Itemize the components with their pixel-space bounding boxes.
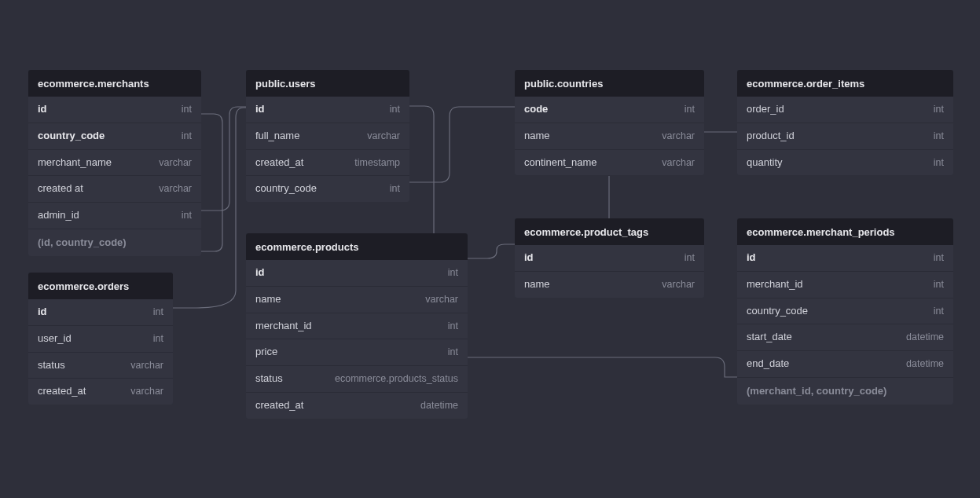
- column-name: merchant_name: [38, 157, 112, 168]
- column-type: timestamp: [354, 158, 400, 169]
- column-type: int: [182, 211, 192, 222]
- column-name: created at: [38, 183, 83, 194]
- column-type: int: [182, 131, 192, 142]
- table-countries[interactable]: public.countries codeintnamevarcharconti…: [515, 70, 704, 175]
- table-column-row[interactable]: merchant_namevarchar: [28, 149, 201, 176]
- column-type: int: [685, 104, 695, 115]
- column-type: int: [934, 280, 944, 291]
- table-column-row[interactable]: continent_namevarchar: [515, 149, 704, 176]
- table-column-row[interactable]: admin_idint: [28, 202, 201, 229]
- composite-key: (id, country_code): [28, 229, 201, 256]
- column-name: name: [255, 294, 281, 305]
- composite-key: (merchant_id, country_code): [737, 377, 953, 405]
- column-name: admin_id: [38, 210, 79, 221]
- column-name: id: [255, 104, 265, 115]
- column-type: int: [934, 131, 944, 142]
- table-column-row[interactable]: idint: [515, 245, 704, 271]
- column-name: quantity: [747, 157, 783, 168]
- column-type: int: [390, 104, 400, 115]
- column-name: name: [524, 279, 550, 290]
- column-type: datetime: [906, 332, 944, 343]
- table-column-row[interactable]: codeint: [515, 97, 704, 123]
- table-column-row[interactable]: idint: [28, 299, 173, 325]
- column-name: id: [38, 306, 47, 317]
- table-column-row[interactable]: quantityint: [737, 149, 953, 176]
- table-column-row[interactable]: idint: [28, 97, 201, 123]
- table-column-row[interactable]: namevarchar: [515, 123, 704, 149]
- table-column-row[interactable]: namevarchar: [246, 286, 468, 313]
- column-name: name: [524, 130, 550, 141]
- table-column-row[interactable]: created atvarchar: [28, 175, 201, 202]
- table-column-row[interactable]: end_datedatetime: [737, 350, 953, 377]
- table-column-row[interactable]: priceint: [246, 339, 468, 365]
- table-column-row[interactable]: product_idint: [737, 123, 953, 149]
- column-name: order_id: [747, 104, 784, 115]
- table-column-row[interactable]: created_attimestamp: [246, 149, 409, 176]
- table-column-row[interactable]: order_idint: [737, 97, 953, 123]
- column-name: id: [38, 104, 47, 115]
- column-type: varchar: [662, 131, 695, 142]
- column-type: int: [934, 158, 944, 169]
- table-products[interactable]: ecommerce.products idintnamevarcharmerch…: [246, 233, 468, 419]
- column-type: datetime: [420, 401, 458, 412]
- table-merchants[interactable]: ecommerce.merchants idintcountry_codeint…: [28, 70, 201, 256]
- table-column-row[interactable]: start_datedatetime: [737, 324, 953, 350]
- column-type: int: [685, 253, 695, 264]
- table-column-row[interactable]: namevarchar: [515, 271, 704, 298]
- table-title: public.countries: [515, 70, 704, 97]
- column-name: id: [255, 267, 265, 278]
- column-type: varchar: [130, 361, 163, 372]
- column-type: varchar: [662, 158, 695, 169]
- column-type: int: [448, 347, 458, 358]
- column-type: varchar: [662, 280, 695, 291]
- column-type: int: [448, 268, 458, 279]
- table-column-row[interactable]: created_atdatetime: [246, 392, 468, 419]
- column-name: end_date: [747, 358, 789, 369]
- column-type: varchar: [130, 386, 163, 397]
- table-merchant-periods[interactable]: ecommerce.merchant_periods idintmerchant…: [737, 218, 953, 405]
- table-title: ecommerce.merchant_periods: [737, 218, 953, 245]
- column-type: varchar: [425, 295, 458, 306]
- column-name: id: [524, 252, 534, 263]
- column-name: merchant_id: [255, 320, 312, 331]
- table-column-row[interactable]: country_codeint: [28, 123, 201, 149]
- column-name: user_id: [38, 333, 72, 344]
- table-product-tags[interactable]: ecommerce.product_tags idintnamevarchar: [515, 218, 704, 298]
- column-name: continent_name: [524, 157, 597, 168]
- table-column-row[interactable]: merchant_idint: [737, 271, 953, 298]
- table-title: ecommerce.order_items: [737, 70, 953, 97]
- column-type: int: [153, 334, 163, 345]
- table-column-row[interactable]: country_codeint: [737, 298, 953, 324]
- table-order-items[interactable]: ecommerce.order_items order_idintproduct…: [737, 70, 953, 175]
- column-type: int: [390, 184, 400, 195]
- table-column-row[interactable]: user_idint: [28, 325, 173, 352]
- column-name: product_id: [747, 130, 795, 141]
- table-column-row[interactable]: statusecommerce.products_status: [246, 365, 468, 392]
- column-type: int: [182, 104, 192, 115]
- table-column-row[interactable]: full_namevarchar: [246, 123, 409, 149]
- column-name: created_at: [255, 400, 303, 411]
- table-column-row[interactable]: country_codeint: [246, 175, 409, 202]
- column-name: status: [38, 360, 65, 371]
- column-type: ecommerce.products_status: [335, 374, 458, 385]
- column-type: varchar: [367, 131, 400, 142]
- column-name: country_code: [38, 130, 105, 141]
- table-column-row[interactable]: created_atvarchar: [28, 378, 173, 405]
- column-type: int: [934, 104, 944, 115]
- column-name: price: [255, 346, 277, 357]
- table-column-row[interactable]: merchant_idint: [246, 313, 468, 339]
- table-column-row[interactable]: idint: [246, 260, 468, 286]
- column-type: varchar: [159, 184, 192, 195]
- table-orders[interactable]: ecommerce.orders idintuser_idintstatusva…: [28, 273, 173, 405]
- table-title: ecommerce.products: [246, 233, 468, 260]
- column-name: created_at: [255, 157, 303, 168]
- table-column-row[interactable]: statusvarchar: [28, 352, 173, 379]
- column-name: merchant_id: [747, 279, 803, 290]
- table-users[interactable]: public.users idintfull_namevarcharcreate…: [246, 70, 409, 202]
- table-column-row[interactable]: idint: [737, 245, 953, 271]
- column-name: created_at: [38, 386, 86, 397]
- table-column-row[interactable]: idint: [246, 97, 409, 123]
- column-type: int: [448, 321, 458, 332]
- column-name: country_code: [747, 306, 808, 317]
- table-title: ecommerce.orders: [28, 273, 173, 299]
